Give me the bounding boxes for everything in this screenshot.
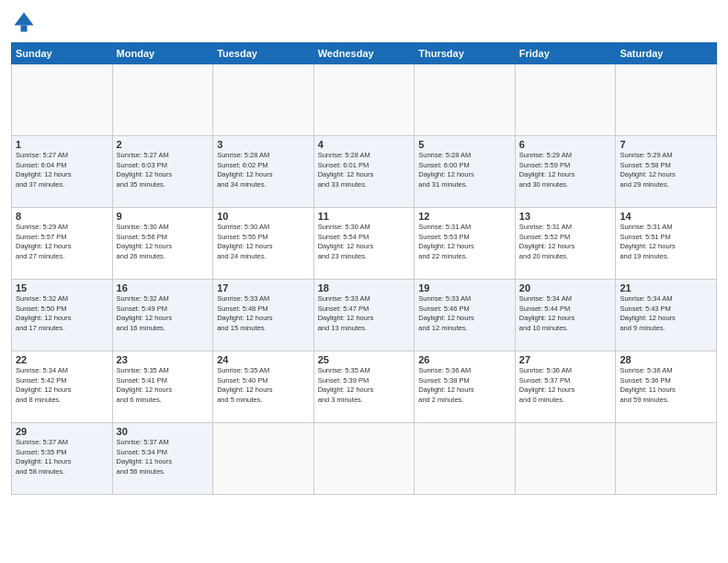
day-info: Sunrise: 5:36 AM Sunset: 5:36 PM Dayligh… xyxy=(620,366,712,405)
day-info: Sunrise: 5:36 AM Sunset: 5:37 PM Dayligh… xyxy=(519,366,612,405)
day-cell: 6Sunrise: 5:29 AM Sunset: 5:59 PM Daylig… xyxy=(515,136,616,208)
day-cell: 17Sunrise: 5:33 AM Sunset: 5:48 PM Dayli… xyxy=(213,280,314,351)
calendar-table: SundayMondayTuesdayWednesdayThursdayFrid… xyxy=(11,42,717,495)
day-cell: 19Sunrise: 5:33 AM Sunset: 5:46 PM Dayli… xyxy=(415,280,516,351)
col-header-monday: Monday xyxy=(112,43,213,64)
day-info: Sunrise: 5:33 AM Sunset: 5:48 PM Dayligh… xyxy=(217,294,310,333)
day-number: 1 xyxy=(16,139,108,150)
day-cell: 12Sunrise: 5:31 AM Sunset: 5:53 PM Dayli… xyxy=(415,208,516,280)
day-info: Sunrise: 5:29 AM Sunset: 5:58 PM Dayligh… xyxy=(620,151,712,190)
day-cell xyxy=(515,64,616,136)
week-row-5: 29Sunrise: 5:37 AM Sunset: 5:35 PM Dayli… xyxy=(12,423,717,495)
day-info: Sunrise: 5:35 AM Sunset: 5:39 PM Dayligh… xyxy=(318,366,411,405)
day-number: 11 xyxy=(318,211,411,222)
day-info: Sunrise: 5:37 AM Sunset: 5:34 PM Dayligh… xyxy=(117,438,210,477)
day-info: Sunrise: 5:34 AM Sunset: 5:43 PM Dayligh… xyxy=(620,294,712,333)
day-cell: 30Sunrise: 5:37 AM Sunset: 5:34 PM Dayli… xyxy=(112,423,213,495)
day-number: 3 xyxy=(217,139,310,150)
day-info: Sunrise: 5:34 AM Sunset: 5:44 PM Dayligh… xyxy=(519,294,612,333)
day-cell: 1Sunrise: 5:27 AM Sunset: 6:04 PM Daylig… xyxy=(12,136,113,208)
day-cell: 4Sunrise: 5:28 AM Sunset: 6:01 PM Daylig… xyxy=(313,136,415,208)
day-info: Sunrise: 5:33 AM Sunset: 5:47 PM Dayligh… xyxy=(318,294,411,333)
day-cell: 22Sunrise: 5:34 AM Sunset: 5:42 PM Dayli… xyxy=(12,351,113,423)
week-row-3: 15Sunrise: 5:32 AM Sunset: 5:50 PM Dayli… xyxy=(12,280,717,351)
day-number: 25 xyxy=(318,354,411,365)
day-info: Sunrise: 5:33 AM Sunset: 5:46 PM Dayligh… xyxy=(418,294,511,333)
day-info: Sunrise: 5:28 AM Sunset: 6:00 PM Dayligh… xyxy=(418,151,511,190)
day-info: Sunrise: 5:36 AM Sunset: 5:38 PM Dayligh… xyxy=(418,366,511,405)
day-number: 23 xyxy=(117,354,210,365)
day-number: 24 xyxy=(217,354,310,365)
day-cell: 15Sunrise: 5:32 AM Sunset: 5:50 PM Dayli… xyxy=(12,280,113,351)
day-cell: 8Sunrise: 5:29 AM Sunset: 5:57 PM Daylig… xyxy=(12,208,113,280)
day-cell: 21Sunrise: 5:34 AM Sunset: 5:43 PM Dayli… xyxy=(616,280,717,351)
day-cell xyxy=(112,64,213,136)
day-cell xyxy=(415,64,516,136)
week-row-2: 8Sunrise: 5:29 AM Sunset: 5:57 PM Daylig… xyxy=(12,208,717,280)
week-row-1: 1Sunrise: 5:27 AM Sunset: 6:04 PM Daylig… xyxy=(12,136,717,208)
day-cell xyxy=(616,64,717,136)
day-info: Sunrise: 5:29 AM Sunset: 5:59 PM Dayligh… xyxy=(519,151,612,190)
logo xyxy=(11,9,40,35)
day-cell xyxy=(616,423,717,495)
day-info: Sunrise: 5:27 AM Sunset: 6:03 PM Dayligh… xyxy=(117,151,210,190)
day-cell: 24Sunrise: 5:35 AM Sunset: 5:40 PM Dayli… xyxy=(213,351,314,423)
day-cell xyxy=(415,423,516,495)
day-cell: 28Sunrise: 5:36 AM Sunset: 5:36 PM Dayli… xyxy=(616,351,717,423)
header xyxy=(11,9,717,35)
header-row: SundayMondayTuesdayWednesdayThursdayFrid… xyxy=(12,43,717,64)
day-number: 13 xyxy=(519,211,612,222)
day-cell: 18Sunrise: 5:33 AM Sunset: 5:47 PM Dayli… xyxy=(313,280,415,351)
page: SundayMondayTuesdayWednesdayThursdayFrid… xyxy=(0,0,728,563)
day-cell: 5Sunrise: 5:28 AM Sunset: 6:00 PM Daylig… xyxy=(415,136,516,208)
col-header-tuesday: Tuesday xyxy=(213,43,314,64)
col-header-saturday: Saturday xyxy=(616,43,717,64)
day-number: 27 xyxy=(519,354,612,365)
day-number: 15 xyxy=(16,282,108,293)
day-number: 30 xyxy=(117,426,210,437)
day-cell xyxy=(213,64,314,136)
day-number: 18 xyxy=(318,282,411,293)
day-number: 17 xyxy=(217,282,310,293)
day-cell: 25Sunrise: 5:35 AM Sunset: 5:39 PM Dayli… xyxy=(313,351,415,423)
day-number: 26 xyxy=(418,354,511,365)
day-number: 19 xyxy=(418,282,511,293)
day-cell: 3Sunrise: 5:28 AM Sunset: 6:02 PM Daylig… xyxy=(213,136,314,208)
day-info: Sunrise: 5:29 AM Sunset: 5:57 PM Dayligh… xyxy=(16,223,108,261)
day-cell: 11Sunrise: 5:30 AM Sunset: 5:54 PM Dayli… xyxy=(313,208,415,280)
day-info: Sunrise: 5:30 AM Sunset: 5:54 PM Dayligh… xyxy=(318,223,411,261)
day-cell: 9Sunrise: 5:30 AM Sunset: 5:56 PM Daylig… xyxy=(112,208,213,280)
day-cell: 13Sunrise: 5:31 AM Sunset: 5:52 PM Dayli… xyxy=(515,208,616,280)
day-number: 10 xyxy=(217,211,310,222)
day-number: 22 xyxy=(16,354,108,365)
day-cell: 29Sunrise: 5:37 AM Sunset: 5:35 PM Dayli… xyxy=(12,423,113,495)
day-cell: 26Sunrise: 5:36 AM Sunset: 5:38 PM Dayli… xyxy=(415,351,516,423)
day-info: Sunrise: 5:34 AM Sunset: 5:42 PM Dayligh… xyxy=(16,366,108,405)
day-info: Sunrise: 5:28 AM Sunset: 6:02 PM Dayligh… xyxy=(217,151,310,190)
day-number: 29 xyxy=(16,426,108,437)
day-number: 14 xyxy=(620,211,712,222)
day-cell: 10Sunrise: 5:30 AM Sunset: 5:55 PM Dayli… xyxy=(213,208,314,280)
day-cell xyxy=(515,423,616,495)
day-number: 20 xyxy=(519,282,612,293)
day-number: 9 xyxy=(117,211,210,222)
day-info: Sunrise: 5:37 AM Sunset: 5:35 PM Dayligh… xyxy=(16,438,108,477)
day-number: 12 xyxy=(418,211,511,222)
col-header-sunday: Sunday xyxy=(12,43,113,64)
col-header-friday: Friday xyxy=(515,43,616,64)
day-info: Sunrise: 5:35 AM Sunset: 5:40 PM Dayligh… xyxy=(217,366,310,405)
day-info: Sunrise: 5:32 AM Sunset: 5:50 PM Dayligh… xyxy=(16,294,108,333)
day-cell: 7Sunrise: 5:29 AM Sunset: 5:58 PM Daylig… xyxy=(616,136,717,208)
svg-marker-0 xyxy=(15,13,34,26)
day-cell: 2Sunrise: 5:27 AM Sunset: 6:03 PM Daylig… xyxy=(112,136,213,208)
day-number: 4 xyxy=(318,139,411,150)
svg-rect-1 xyxy=(21,26,28,32)
week-row-0 xyxy=(12,64,717,136)
day-cell: 20Sunrise: 5:34 AM Sunset: 5:44 PM Dayli… xyxy=(515,280,616,351)
day-number: 5 xyxy=(418,139,511,150)
day-info: Sunrise: 5:31 AM Sunset: 5:52 PM Dayligh… xyxy=(519,223,612,261)
day-info: Sunrise: 5:32 AM Sunset: 5:49 PM Dayligh… xyxy=(117,294,210,333)
day-cell: 14Sunrise: 5:31 AM Sunset: 5:51 PM Dayli… xyxy=(616,208,717,280)
col-header-wednesday: Wednesday xyxy=(313,43,415,64)
day-number: 21 xyxy=(620,282,712,293)
